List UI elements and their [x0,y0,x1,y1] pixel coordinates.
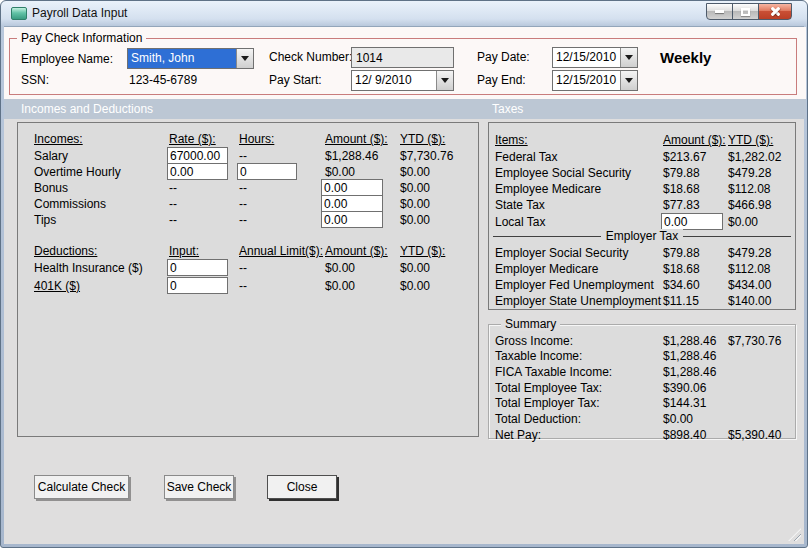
check-number-label: Check Number: [269,50,352,64]
pay-start-value: 12/ 9/2010 [352,71,436,90]
amount-value: $213.67 [663,149,728,165]
ytd-value: $0.00 [400,260,472,276]
employee-name-combobox[interactable]: Smith, John [127,48,254,69]
amount-col-header: Amount ($): [325,243,400,259]
amount-value: $34.60 [663,277,728,293]
tax-row-local: Local Tax $0.00 [495,213,793,229]
app-icon [11,7,27,20]
commissions-amount-input[interactable] [321,195,383,212]
employee-name-label: Employee Name: [21,52,113,66]
check-number-field[interactable] [351,47,454,68]
tax-row-employer-fed-unemployment: Employer Fed Unemployment $34.60 $434.00 [495,277,793,293]
amount-value: $1,288.46 [663,364,728,380]
amount-value: $0.00 [325,278,400,294]
ytd-value: $479.28 [728,165,793,181]
close-button[interactable]: Close [267,475,337,499]
calculate-check-button[interactable]: Calculate Check [34,475,129,499]
pay-start-label: Pay Start: [269,73,322,87]
pay-date-datepicker[interactable]: 12/15/2010 [552,47,638,68]
row-label: Employee Social Security [495,165,663,181]
ytd-value: $112.08 [728,261,793,277]
income-row-salary: Salary -- $1,288.46 $7,730.76 [34,147,472,163]
401k-link[interactable]: 401K ($) [34,278,169,294]
ytd-value: $1,282.02 [728,149,793,165]
annual-limit-col-header: Annual Limit($): [239,243,325,259]
tax-row-employer-social-security: Employer Social Security $79.88 $479.28 [495,245,793,261]
window-title: Payroll Data Input [32,6,127,20]
pay-end-dropdown-button[interactable] [620,71,637,90]
employee-name-dropdown-button[interactable] [236,49,253,68]
summary-row-taxable-income: Taxable Income: $1,288.46 [495,348,793,364]
summary-group-label: Summary [501,317,560,331]
row-label: Local Tax [495,214,663,230]
deductions-col-header: Deductions: [34,243,169,259]
employee-name-value: Smith, John [128,49,236,68]
hours-value: -- [239,212,325,228]
amount-value: $1,288.46 [663,348,728,364]
ytd-value: $434.00 [728,277,793,293]
401k-input[interactable] [167,277,228,294]
ytd-col-header: YTD ($): [400,243,472,259]
rate-value: -- [169,196,239,212]
local-tax-input[interactable] [661,213,723,230]
ssn-label: SSN: [21,73,49,87]
chevron-down-icon [241,56,249,61]
summary-row-fica-taxable-income: FICA Taxable Income: $1,288.46 [495,364,793,380]
close-window-button[interactable] [758,3,792,20]
amount-col-header: Amount ($): [663,132,728,148]
amount-col-header: Amount ($): [325,131,400,147]
amount-value: $1,288.46 [325,148,400,164]
pay-frequency-label: Weekly [660,49,711,66]
ytd-value: $7,730.76 [728,333,793,349]
pay-date-dropdown-button[interactable] [620,48,637,67]
row-label: FICA Taxable Income: [495,364,663,380]
summary-row-net-pay: Net Pay: $898.40 $5,390.40 [495,427,793,443]
ytd-value: $0.00 [400,212,472,228]
taxes-section-header: Taxes [492,102,523,116]
incomes-deductions-panel: Incomes: Rate ($): Hours: Amount ($): YT… [17,122,479,437]
taxes-header-row: Items: Amount ($): YTD ($): [495,132,793,148]
amount-value: $898.40 [663,427,728,443]
hours-value: -- [239,196,325,212]
bonus-amount-input[interactable] [321,179,383,196]
hours-col-header: Hours: [239,131,325,147]
ytd-value: $0.00 [400,164,472,180]
tax-row-state: State Tax $77.83 $466.98 [495,197,793,213]
pay-end-datepicker[interactable]: 12/15/2010 [552,70,638,91]
salary-rate-input[interactable] [167,147,228,164]
tax-row-employer-medicare: Employer Medicare $18.68 $112.08 [495,261,793,277]
row-label: Employer Medicare [495,261,663,277]
minimize-button[interactable] [706,3,733,20]
paycheck-info-group-label: Pay Check Information [17,31,146,45]
input-col-header: Input: [169,243,239,259]
pay-start-dropdown-button[interactable] [436,71,453,90]
chevron-down-icon [441,78,449,83]
amount-value: $79.88 [663,245,728,261]
overtime-rate-input[interactable] [167,163,228,180]
amount-value: $144.31 [663,395,728,411]
ytd-value: $112.08 [728,181,793,197]
overtime-hours-input[interactable] [237,163,297,180]
health-insurance-input[interactable] [167,259,228,276]
row-label: Tips [34,212,169,228]
row-label: Employer Fed Unemployment [495,277,663,293]
maximize-button[interactable] [732,3,759,20]
save-check-button[interactable]: Save Check [164,475,234,499]
pay-start-datepicker[interactable]: 12/ 9/2010 [351,70,454,91]
amount-value: $18.68 [663,181,728,197]
items-col-header: Items: [495,132,663,148]
tips-amount-input[interactable] [321,211,383,228]
summary-groupbox: Gross Income: $1,288.46 $7,730.76 Taxabl… [488,324,796,439]
income-row-commissions: Commissions -- -- $0.00 [34,195,472,211]
tax-row-employee-medicare: Employee Medicare $18.68 $112.08 [495,181,793,197]
resize-grip[interactable] [788,528,801,541]
amount-value: $0.00 [325,164,400,180]
chevron-down-icon [625,78,633,83]
ytd-value: $0.00 [400,180,472,196]
pay-date-value: 12/15/2010 [553,48,620,67]
row-label: Bonus [34,180,169,196]
amount-value: $1,288.46 [663,333,728,349]
pay-end-label: Pay End: [477,73,526,87]
chevron-down-icon [625,55,633,60]
ytd-col-header: YTD ($): [728,132,793,148]
